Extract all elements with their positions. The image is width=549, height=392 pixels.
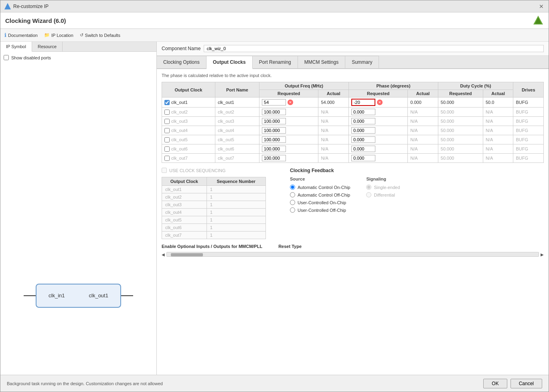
seq-row5-clock: clk_out5 [162, 216, 207, 224]
row5-enable-checkbox[interactable] [164, 137, 170, 142]
row2-freq-actual: N/A [318, 108, 349, 117]
switch-defaults-label: Switch to Defaults [85, 33, 120, 38]
wire-left [24, 295, 36, 296]
tab-mmcm-settings[interactable]: MMCM Settings [298, 56, 345, 68]
row7-phase-input[interactable] [351, 155, 375, 161]
tab-summary[interactable]: Summary [345, 56, 379, 68]
seq-row6-num: 1 [207, 224, 265, 232]
scroll-left-btn[interactable]: ◀ [162, 252, 165, 257]
source-option-4-label: User-Controlled Off-Chip [298, 208, 346, 213]
cancel-button[interactable]: Cancel [511, 379, 542, 388]
row7-enable-checkbox[interactable] [164, 156, 170, 161]
source-option-1-label: Automatic Control On-Chip [298, 185, 350, 190]
header-port-name: Port Name [215, 82, 259, 97]
row1-drives: BUFG [513, 97, 544, 108]
row5-phase-req [348, 135, 407, 144]
row1-phase-input[interactable] [351, 99, 375, 106]
row1-port: clk_out1 [215, 97, 259, 108]
row7-port: clk_out7 [215, 154, 259, 163]
h-scrollbar-container: ◀ ▶ [162, 252, 544, 257]
row2-freq-req [259, 108, 318, 117]
row4-phase-input[interactable] [351, 127, 375, 134]
row6-drives: BUFG [513, 144, 544, 154]
tab-clocking-options[interactable]: Clocking Options [157, 56, 207, 68]
source-radio-2[interactable] [290, 192, 295, 197]
row3-phase-input[interactable] [351, 118, 375, 124]
row3-freq-input[interactable] [262, 118, 286, 124]
clocking-feedback-section: Clocking Feedback Source Automatic Contr… [290, 168, 544, 239]
tab-ip-symbol[interactable]: IP Symbol [0, 42, 32, 52]
ok-button[interactable]: OK [483, 379, 507, 388]
source-option-1: Automatic Control On-Chip [290, 185, 350, 190]
seq-row1-clock: clk_out1 [162, 186, 207, 193]
row7-freq-actual: N/A [318, 154, 349, 163]
row7-freq-input[interactable] [262, 155, 286, 161]
scroll-right-btn[interactable]: ▶ [541, 252, 544, 257]
switch-defaults-button[interactable]: ↺ Switch to Defaults [80, 32, 120, 38]
row4-port: clk_out4 [215, 126, 259, 135]
ip-symbol-area: clk_in1 clk_out1 [0, 217, 156, 375]
row5-clock: clk_out5 [162, 135, 215, 144]
row6-duty-req: 50.000 [438, 144, 483, 154]
tab-resource[interactable]: Resource [32, 42, 63, 51]
wire-right [121, 295, 133, 296]
use-clock-seq-checkbox[interactable] [162, 168, 167, 173]
row1-freq-input[interactable] [262, 99, 286, 106]
show-disabled-ports-row: Show disabled ports [4, 55, 153, 60]
tab-port-renaming[interactable]: Port Renaming [253, 56, 298, 68]
app-title: Clocking Wizard (6.0) [5, 17, 66, 24]
source-column: Source Automatic Control On-Chip Automat… [290, 177, 350, 215]
h-scrollbar-track[interactable] [166, 252, 539, 257]
header-phase-requested: Requested [348, 90, 407, 97]
row2-port: clk_out2 [215, 108, 259, 117]
row2-enable-checkbox[interactable] [164, 110, 170, 115]
tab-output-clocks[interactable]: Output Clocks [207, 56, 253, 69]
row4-clock: clk_out4 [162, 126, 215, 135]
signaling-column: Signaling Single-ended Differential [366, 177, 400, 215]
source-radio-3[interactable] [290, 200, 295, 205]
row4-freq-req [259, 126, 318, 135]
row5-phase-input[interactable] [351, 136, 375, 143]
row4-enable-checkbox[interactable] [164, 128, 170, 133]
table-row: clk_out6 clk_out6 N/A N/A 50.000 N/A BUF… [162, 144, 544, 154]
component-name-input[interactable] [204, 45, 544, 52]
row2-freq-input[interactable] [262, 109, 286, 115]
show-disabled-ports-checkbox[interactable] [4, 55, 9, 60]
row1-phase-req: ✕ [348, 97, 407, 108]
row6-enable-checkbox[interactable] [164, 146, 170, 152]
row3-drives: BUFG [513, 117, 544, 126]
row6-port: clk_out6 [215, 144, 259, 154]
row3-phase-actual: N/A [408, 117, 438, 126]
table-row: clk_out2 clk_out2 N/A N/A 50.000 N/A BUF… [162, 108, 544, 117]
row1-freq-clear[interactable]: ✕ [288, 100, 293, 105]
input-port-label: clk_in1 [49, 292, 65, 299]
table-row: clk_out3 clk_out3 N/A N/A 50.000 N/A BUF… [162, 117, 544, 126]
header-duty-cycle: Duty Cycle (%) [438, 82, 513, 90]
row6-freq-input[interactable] [262, 146, 286, 152]
seq-header-clock: Output Clock [162, 177, 207, 186]
row3-enable-checkbox[interactable] [164, 119, 170, 124]
row2-phase-input[interactable] [351, 109, 375, 115]
row2-duty-actual: N/A [483, 108, 513, 117]
source-radio-1[interactable] [290, 185, 295, 190]
seq-row7-num: 1 [207, 232, 265, 239]
seq-row3-num: 1 [207, 201, 265, 209]
source-radio-4[interactable] [290, 207, 295, 213]
h-scrollbar-thumb[interactable] [171, 253, 203, 256]
row4-phase-req [348, 126, 407, 135]
row6-clock-label: clk_out6 [171, 146, 188, 151]
row1-phase-clear[interactable]: ✕ [377, 100, 383, 105]
row1-clock-label: clk_out1 [171, 100, 188, 105]
signaling-radio-1 [366, 185, 371, 190]
source-option-3-label: User-Controlled On-Chip [298, 200, 346, 205]
row7-freq-req [259, 154, 318, 163]
seq-row2-clock: clk_out2 [162, 193, 207, 201]
row4-freq-input[interactable] [262, 127, 286, 134]
documentation-button[interactable]: ℹ Documentation [4, 32, 38, 38]
row1-enable-checkbox[interactable] [164, 100, 170, 105]
row5-freq-input[interactable] [262, 136, 286, 143]
ip-location-button[interactable]: 📁 IP Location [44, 32, 73, 38]
feedback-title: Clocking Feedback [290, 168, 544, 173]
row6-phase-input[interactable] [351, 146, 375, 152]
close-button[interactable]: ✕ [538, 3, 545, 10]
